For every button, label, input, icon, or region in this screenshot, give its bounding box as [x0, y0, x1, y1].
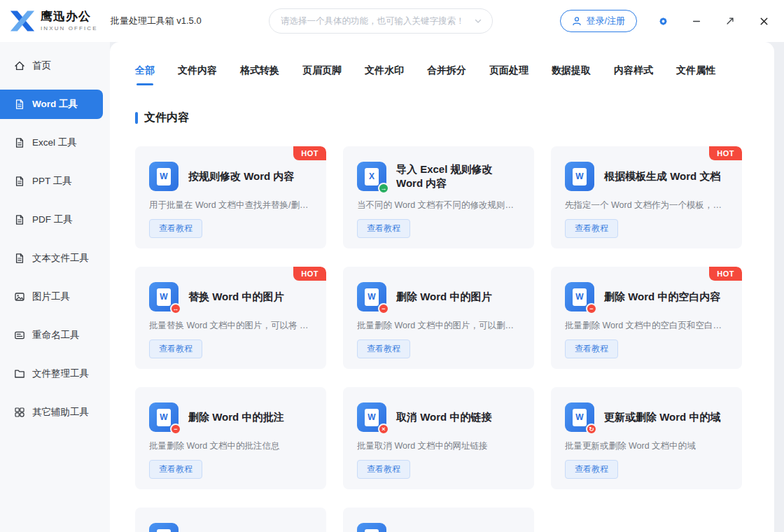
word-doc-icon: W −	[357, 282, 386, 312]
view-tutorial-button[interactable]: 查看教程	[149, 460, 202, 479]
app-window: 鹰迅办公 INXUN OFFICE 批量处理工具箱 v1.5.0 登录/注册	[0, 0, 784, 532]
tool-card[interactable]: HOT W ↻ 更新或删除 Word 中的域 批量更新或删除 Word 文档中的…	[551, 387, 742, 489]
card-description: 批量删除 Word 文档中的图片，可以删除...	[357, 320, 520, 332]
sidebar: 首页Word 工具Excel 工具PPT 工具PDF 工具文本文件工具图片工具重…	[0, 42, 110, 532]
icon-badge: ↻	[586, 424, 597, 435]
sidebar-item-pdf[interactable]: PDF 工具	[0, 205, 110, 234]
folder-organize-icon	[14, 368, 25, 379]
view-tutorial-button[interactable]: 查看教程	[565, 219, 618, 238]
settings-button[interactable]	[655, 13, 671, 29]
tab-9[interactable]: 文件属性	[676, 64, 715, 85]
tool-card[interactable]: HOT W − 删除 Word 中的图片 批量删除 Word 文档中的图片，可以…	[343, 267, 534, 369]
image-tools-icon	[14, 291, 25, 302]
sidebar-item-word[interactable]: Word 工具	[0, 90, 103, 119]
sidebar-item-organize[interactable]: 文件整理工具	[0, 359, 110, 388]
word-doc-icon: X →	[357, 162, 386, 191]
view-tutorial-button[interactable]: 查看教程	[149, 340, 202, 358]
tool-card[interactable]: HOT W 按规则修改 Word 内容 用于批量在 Word 文档中查找并替换/…	[135, 146, 326, 248]
card-description: 批量更新或删除 Word 文档中的域	[565, 440, 728, 452]
icon-badge: ×	[378, 424, 389, 435]
view-tutorial-button[interactable]: 查看教程	[149, 219, 202, 238]
word-doc-icon: W	[149, 523, 178, 532]
tab-7[interactable]: 数据提取	[552, 64, 591, 85]
tool-card[interactable]: HOT W 查看教程	[135, 507, 326, 532]
view-tutorial-button[interactable]: 查看教程	[565, 460, 618, 479]
doc-glyph: W	[157, 168, 171, 186]
logo-x-icon	[10, 10, 35, 32]
sidebar-item-other[interactable]: 其它辅助工具	[0, 398, 110, 427]
doc-glyph: W	[365, 288, 379, 306]
login-register-button[interactable]: 登录/注册	[560, 10, 637, 32]
card-description: 批量删除 Word 文档中的空白页和空白行。	[565, 320, 728, 332]
expand-icon	[725, 16, 735, 26]
gear-icon	[657, 15, 670, 28]
hot-badge: HOT	[293, 146, 326, 160]
tool-card[interactable]: HOT W 查看教程	[343, 507, 534, 532]
ppt-tools-icon	[14, 176, 25, 187]
view-tutorial-button[interactable]: 查看教程	[357, 340, 410, 358]
section-title: 文件内容	[144, 111, 189, 125]
view-tutorial-button[interactable]: 查看教程	[565, 340, 618, 358]
sidebar-item-home[interactable]: 首页	[0, 51, 110, 80]
rename-tools-icon	[14, 330, 25, 341]
logo-subtitle: INXUN OFFICE	[41, 25, 98, 31]
tab-3[interactable]: 页眉页脚	[302, 64, 342, 85]
sidebar-item-label: 图片工具	[32, 290, 70, 303]
view-tutorial-button[interactable]: 查看教程	[357, 460, 410, 479]
pdf-tools-icon	[14, 214, 25, 225]
sidebar-item-label: Word 工具	[32, 98, 78, 111]
doc-glyph: W	[157, 409, 171, 426]
login-label: 登录/注册	[586, 15, 625, 27]
chevron-down-icon[interactable]	[474, 17, 482, 25]
sidebar-item-label: Excel 工具	[32, 136, 77, 149]
tool-card[interactable]: HOT W − 删除 Word 中的空白内容 批量删除 Word 文档中的空白页…	[551, 267, 742, 369]
card-description: 批量取消 Word 文档中的网址链接	[357, 440, 520, 452]
tool-card[interactable]: HOT X → 导入 Excel 规则修改 Word 内容 当不同的 Word …	[343, 146, 534, 248]
sidebar-item-label: 首页	[32, 59, 51, 72]
tab-2[interactable]: 格式转换	[240, 64, 279, 85]
sidebar-item-label: 文本文件工具	[32, 252, 89, 265]
sidebar-item-label: PPT 工具	[32, 175, 72, 188]
sidebar-item-label: PDF 工具	[32, 214, 73, 226]
content-panel[interactable]: 全部文件内容格式转换页眉页脚文件水印合并拆分页面处理数据提取内容样式文件属性 文…	[110, 42, 774, 532]
tab-0[interactable]: 全部	[135, 64, 155, 85]
tab-6[interactable]: 页面处理	[489, 64, 528, 85]
maximize-button[interactable]	[722, 13, 738, 29]
card-title: 导入 Excel 规则修改 Word 内容	[396, 162, 520, 191]
tab-4[interactable]: 文件水印	[365, 64, 404, 85]
user-icon	[572, 16, 582, 26]
tool-card[interactable]: HOT W 根据模板生成 Word 文档 先指定一个 Word 文档作为一个模板…	[551, 146, 742, 248]
tool-card[interactable]: HOT W × 取消 Word 中的链接 批量取消 Word 文档中的网址链接 …	[343, 387, 534, 489]
search-box[interactable]	[269, 8, 493, 34]
icon-badge: −	[586, 303, 597, 314]
icon-badge: ↔	[170, 303, 181, 314]
minimize-icon	[692, 16, 701, 26]
word-doc-icon: W −	[149, 402, 178, 432]
tool-card-grid: HOT W 按规则修改 Word 内容 用于批量在 Word 文档中查找并替换/…	[135, 146, 742, 532]
sidebar-item-label: 其它辅助工具	[32, 406, 89, 419]
tab-1[interactable]: 文件内容	[178, 64, 217, 85]
sidebar-item-rename[interactable]: 重命名工具	[0, 321, 110, 350]
tab-5[interactable]: 合并拆分	[427, 64, 466, 85]
icon-badge: →	[378, 183, 389, 194]
minimize-button[interactable]	[689, 13, 704, 29]
word-doc-icon: W −	[565, 282, 594, 312]
card-title: 取消 Word 中的链接	[396, 410, 491, 424]
close-button[interactable]	[756, 13, 771, 29]
card-title: 按规则修改 Word 内容	[188, 169, 294, 183]
sidebar-item-excel[interactable]: Excel 工具	[0, 128, 110, 158]
tool-card[interactable]: HOT W ↔ 替换 Word 中的图片 批量替换 Word 文档中的图片，可以…	[135, 267, 326, 369]
word-doc-icon: W ↻	[565, 402, 594, 432]
sidebar-item-ppt[interactable]: PPT 工具	[0, 167, 110, 196]
topbar: 鹰迅办公 INXUN OFFICE 批量处理工具箱 v1.5.0 登录/注册	[0, 0, 784, 42]
sidebar-item-image[interactable]: 图片工具	[0, 282, 110, 312]
tab-8[interactable]: 内容样式	[614, 64, 653, 85]
hot-badge: HOT	[293, 267, 326, 281]
sidebar-item-text[interactable]: 文本文件工具	[0, 244, 110, 273]
doc-glyph: X	[365, 168, 379, 186]
card-title: 删除 Word 中的图片	[396, 290, 491, 304]
logo-title: 鹰迅办公	[41, 10, 98, 24]
search-input[interactable]	[281, 16, 474, 26]
view-tutorial-button[interactable]: 查看教程	[357, 219, 410, 238]
tool-card[interactable]: HOT W − 删除 Word 中的批注 批量删除 Word 文档中的批注信息 …	[135, 387, 326, 489]
